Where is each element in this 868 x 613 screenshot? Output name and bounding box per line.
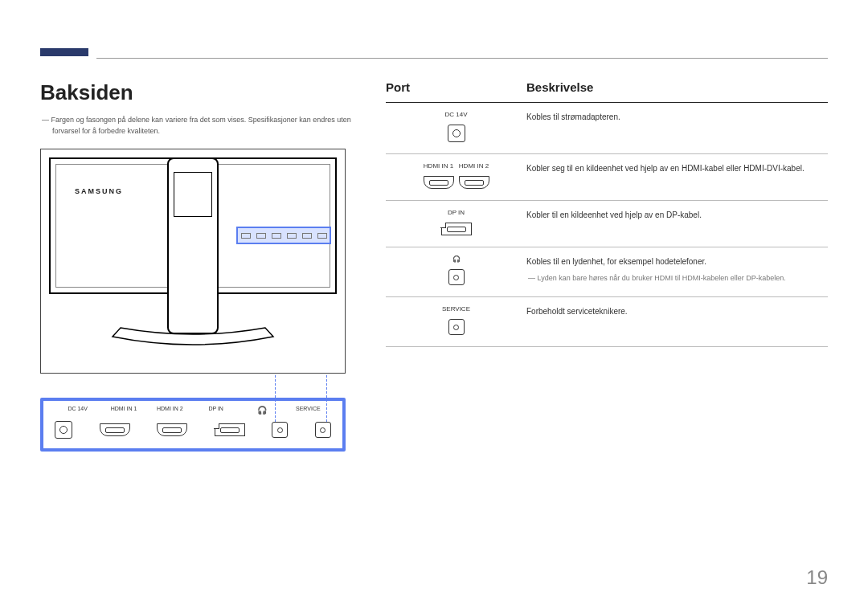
port-label: SERVICE [386,305,526,313]
port-cell-service: SERVICE [386,305,526,335]
brand-label: SAMSUNG [75,187,123,195]
headphone-icon: 🎧 [257,406,267,415]
zoom-label-hdmi2: HDMI IN 2 [147,406,193,415]
mini-port-icon [302,233,312,239]
zoomed-port-panel: DC 14V HDMI IN 1 HDMI IN 2 DP IN 🎧 SERVI… [40,398,346,452]
mini-port-icon [272,233,281,239]
table-row: DC 14V Kobles til strømadapteren. [386,103,828,154]
header-port: Port [386,80,526,94]
port-label: HDMI IN 2 [459,162,489,170]
hdmi-port-icon [424,176,454,189]
table-header-row: Port Beskrivelse [386,80,828,103]
table-row: HDMI IN 1 HDMI IN 2 Kobler seg til en ki… [386,154,828,201]
audio-jack-icon [272,422,288,438]
port-cluster-highlight [236,227,331,244]
zoom-labels-row: DC 14V HDMI IN 1 HDMI IN 2 DP IN 🎧 SERVI… [51,406,334,415]
hdmi-port-icon [157,423,187,436]
service-jack-icon [448,319,465,335]
zoom-label-dpin: DP IN [193,406,239,415]
monitor-back-diagram: SAMSUNG [40,149,346,374]
desc-text: Kobles til en lydenhet, for eksempel hod… [526,257,706,266]
zoom-icons-row [51,421,334,439]
desc-cell: Kobler til en kildeenhet ved hjelp av en… [526,209,828,235]
top-horizontal-rule [96,58,828,59]
port-cell-dp: DP IN [386,209,526,235]
table-row: DP IN Kobler til en kildeenhet ved hjelp… [386,201,828,247]
desc-cell: Kobler seg til en kildeenhet ved hjelp a… [526,162,828,189]
mini-port-icon [256,233,266,239]
section-title: Baksiden [40,80,362,105]
port-label: DP IN [386,209,526,216]
stand-base [108,325,277,349]
zoom-label-service: SERVICE [285,406,331,415]
dc-jack-icon [448,125,465,142]
hdmi-port-icon [100,423,130,436]
table-row: 🎧 Kobles til en lydenhet, for eksempel h… [386,247,828,297]
port-label: DC 14V [386,111,526,118]
hdmi-port-icon [459,176,489,189]
spec-note: Fargen og fasongen på delene kan variere… [40,115,362,137]
callout-dashed-line [326,375,327,422]
desc-cell: Forbeholdt serviceteknikere. [526,305,828,335]
dp-port-icon [441,223,472,235]
zoom-label-dc: DC 14V [55,406,100,415]
port-cell-hdmi: HDMI IN 1 HDMI IN 2 [386,162,526,189]
stand-mount-plate [174,172,212,217]
service-jack-icon [315,422,331,438]
mini-port-icon [241,233,251,239]
dc-jack-icon [55,421,72,439]
port-cell-dc: DC 14V [386,111,526,142]
right-column: Port Beskrivelse DC 14V Kobles til strøm… [386,80,828,452]
mini-port-icon [287,233,297,239]
audio-jack-icon [448,269,465,285]
desc-cell: Kobles til en lydenhet, for eksempel hod… [526,255,828,285]
desc-cell: Kobles til strømadapteren. [526,111,828,142]
left-column: Baksiden Fargen og fasongen på delene ka… [40,80,362,452]
port-cell-audio: 🎧 [386,255,526,285]
zoom-label-audio: 🎧 [239,406,285,415]
header-description: Beskrivelse [526,80,828,94]
dp-port-icon [215,423,245,436]
table-row: SERVICE Forbeholdt serviceteknikere. [386,297,828,347]
zoom-label-hdmi1: HDMI IN 1 [100,406,146,415]
top-accent-bar [40,48,88,56]
callout-dashed-line [275,375,276,422]
page-number: 19 [806,566,828,589]
port-label: HDMI IN 1 [424,162,453,170]
content-wrapper: Baksiden Fargen og fasongen på delene ka… [40,80,828,452]
headphone-icon: 🎧 [386,255,526,263]
desc-note: Lyden kan bare høres når du bruker HDMI … [526,272,828,284]
mini-port-icon [317,233,327,239]
